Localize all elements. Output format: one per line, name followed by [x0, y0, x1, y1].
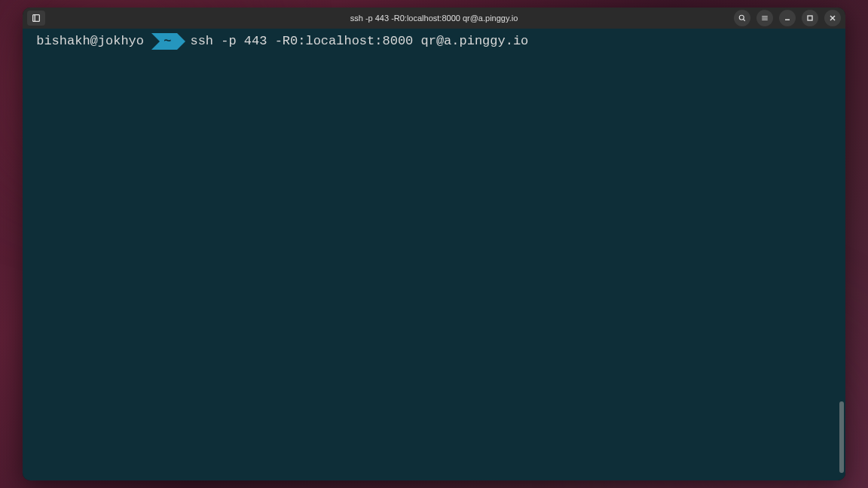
- close-icon: [828, 14, 837, 23]
- new-tab-button[interactable]: [27, 11, 45, 26]
- prompt-user-host: bishakh@jokhyo: [29, 33, 151, 50]
- command-text: ssh -p 443 -R0:localhost:8000 qr@a.pingg…: [185, 33, 528, 50]
- close-button[interactable]: [824, 10, 841, 26]
- terminal-prompt-line: bishakh@jokhyo ~ ssh -p 443 -R0:localhos…: [29, 33, 839, 50]
- menu-button[interactable]: [756, 10, 773, 26]
- chevron-right-icon: [151, 33, 160, 50]
- prompt-path: ~: [159, 33, 171, 50]
- window-titlebar[interactable]: ssh -p 443 -R0:localhost:8000 qr@a.pingg…: [23, 8, 845, 29]
- terminal-window: ssh -p 443 -R0:localhost:8000 qr@a.pingg…: [23, 8, 845, 480]
- minimize-button[interactable]: [779, 10, 796, 26]
- scrollbar-thumb[interactable]: [839, 401, 844, 473]
- new-tab-icon: [31, 13, 41, 23]
- prompt-path-segment: ~: [151, 33, 185, 50]
- svg-rect-0: [33, 15, 40, 22]
- svg-point-2: [739, 15, 744, 20]
- search-icon: [738, 14, 747, 23]
- chevron-right-icon: [177, 33, 185, 50]
- svg-rect-8: [808, 16, 812, 20]
- hamburger-icon: [760, 14, 769, 23]
- maximize-icon: [805, 14, 815, 23]
- minimize-icon: [783, 14, 792, 23]
- window-title: ssh -p 443 -R0:localhost:8000 qr@a.pingg…: [350, 14, 518, 23]
- maximize-button[interactable]: [802, 10, 818, 26]
- search-button[interactable]: [734, 10, 750, 26]
- svg-line-3: [744, 20, 745, 21]
- window-controls: [734, 10, 841, 26]
- terminal-body[interactable]: bishakh@jokhyo ~ ssh -p 443 -R0:localhos…: [23, 29, 845, 480]
